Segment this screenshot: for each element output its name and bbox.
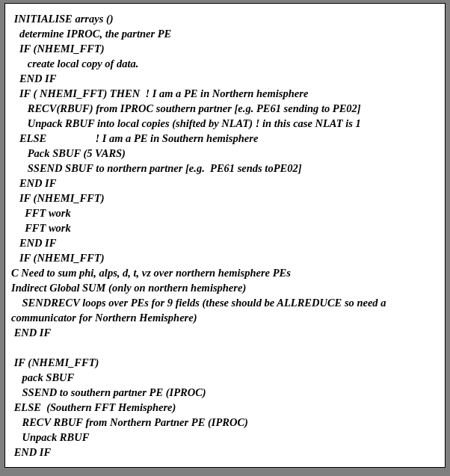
pseudocode-block: INITIALISE arrays () determine IPROC, th… xyxy=(11,11,439,460)
code-page: INITIALISE arrays () determine IPROC, th… xyxy=(4,3,446,468)
